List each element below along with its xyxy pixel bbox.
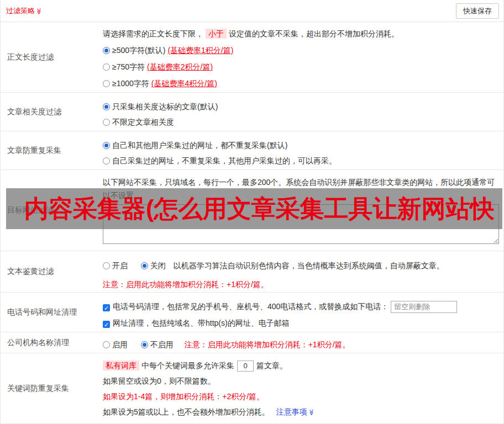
phone-url-label: 电话号码和网址清理 [1,293,97,332]
radio-icon[interactable] [103,157,110,165]
url-cleanup-text: 网址清理，包括纯域名、带http(s)的网址、电子邮箱 [113,319,290,327]
option-label: ≥500字符(默认) [112,46,165,55]
option-fee-note: (基础费率1积分/篇) [167,46,233,55]
porn-filter-content: 开启 关闭 以机器学习算法自动识别色情内容，当色情概率达到系统阈值，自动屏蔽文章… [97,251,503,292]
porn-filter-fee-note: 注意：启用此功能将增加积分消耗：+1积分/篇。 [103,277,499,292]
company-label: 公司机构名称清理 [1,332,97,353]
company-fee-note: 注意：启用此功能将增加积分消耗：+1积分/篇。 [185,340,350,349]
intro-post: 设定值的文章不采集，超出部分不增加积分消耗。 [229,29,399,38]
keyword-line-limit: 私有词库中每个关键词最多允许采集篇文章。 [103,358,499,373]
body-length-option-750[interactable]: ≥750字符(基础费率2积分/篇) [103,59,499,75]
dedup-content: 自己和其他用户采集过的网址，都不重复采集(默认) 自己采集过的网址，不重复采集，… [97,131,503,169]
option-label: 开启 [112,261,128,270]
radio-icon[interactable] [103,47,110,54]
option-label: 自己和其他用户采集过的网址，都不重复采集(默认) [112,141,287,150]
overlay-banner[interactable]: 内容采集器(怎么用文章采集工具让新网站快 [6,188,502,229]
row-keyword-dedup: 关键词防重复采集 私有词库中每个关键词最多允许采集篇文章。 如果留空或设为0，则… [1,353,503,424]
intro-pre: 请选择需求的正文长度下限， [103,29,203,38]
phone-cleanup-option[interactable]: 电话号码清理，包括常见的手机号、座机号、400电话格式，或替换成如下电话： [103,298,499,315]
checkbox-checked-icon[interactable] [103,304,110,311]
row-porn-filter: 文本鉴黄过滤 开启 关闭 以机器学习算法自动识别色情内容，当色情概率达到系统阈值… [1,251,503,293]
option-label: 不启用 [150,340,174,349]
company-content: 启用 不启用 注意：启用此功能将增加积分消耗：+1积分/篇。 [97,332,503,353]
body-length-option-1000[interactable]: ≥1000字符(基础费率4积分/篇) [103,75,499,92]
body-length-option-500[interactable]: ≥500字符(默认)(基础费率1积分/篇) [103,42,499,59]
porn-filter-option-on[interactable]: 开启 [103,261,128,270]
porn-filter-desc: 以机器学习算法自动识别色情内容，当色情概率达到系统阈值，自动屏蔽文章。 [174,261,444,270]
radio-icon[interactable] [103,63,110,71]
porn-filter-option-off[interactable]: 关闭 [141,261,166,270]
url-cleanup-option[interactable]: 网址清理，包括纯域名、带http(s)的网址、电子邮箱 [103,315,499,331]
filter-strategy-page: 过滤策略≫ 快速保存 正文长度过滤 请选择需求的正文长度下限，小于设定值的文章不… [0,0,504,424]
keyword-label: 关键词防重复采集 [1,353,97,423]
phone-replacement-input[interactable] [391,301,457,313]
page-title-text: 过滤策略 [6,7,35,15]
row-relevance-filter: 文章相关度过滤 只采集相关度达标的文章(默认) 不限定文章相关度 [1,93,503,131]
intro-highlight: 小于 [206,29,227,39]
notice-link[interactable]: 注意事项≫ [276,407,315,416]
relevance-option-any[interactable]: 不限定文章相关度 [103,114,499,130]
option-label: 关闭 [150,261,166,270]
top-bar: 过滤策略≫ 快速保存 [1,0,503,22]
keyword-count-input[interactable] [237,361,254,372]
option-label: 不限定文章相关度 [112,118,174,126]
chevron-down-icon: ≫ [35,8,43,14]
relevance-content: 只采集相关度达标的文章(默认) 不限定文章相关度 [97,93,503,131]
option-label: ≥1000字符 [112,79,149,88]
keyword-content: 私有词库中每个关键词最多允许采集篇文章。 如果留空或设为0，则不限篇数。 如果设… [97,353,503,423]
porn-filter-label: 文本鉴黄过滤 [1,251,97,292]
option-label: 只采集相关度达标的文章(默认) [112,102,218,111]
radio-icon[interactable] [103,103,110,110]
option-fee-note: (基础费率4积分/篇) [151,79,217,88]
row-dedup-collection: 文章防重复采集 自己和其他用户采集过的网址，都不重复采集(默认) 自己采集过的网… [1,131,503,170]
relevance-label: 文章相关度过滤 [1,93,97,131]
keyword-note-five: 如果设为5篇或以上，也不会额外增加积分消耗。 注意事项≫ [103,404,499,420]
body-length-label: 正文长度过滤 [1,22,97,92]
relevance-option-strict[interactable]: 只采集相关度达标的文章(默认) [103,99,499,114]
body-length-content: 请选择需求的正文长度下限，小于设定值的文章不采集，超出部分不增加积分消耗。 ≥5… [97,22,503,92]
phone-cleanup-text: 电话号码清理，包括常见的手机号、座机号、400电话格式，或替换成如下电话： [113,302,389,311]
option-label: ≥750字符 [112,62,145,71]
dedup-label: 文章防重复采集 [1,131,97,169]
keyword-limit-text: 中每个关键词最多允许采集 [141,361,234,370]
keyword-limit-unit: 篇文章。 [256,361,287,370]
body-length-intro: 请选择需求的正文长度下限，小于设定值的文章不采集，超出部分不增加积分消耗。 [103,25,499,42]
keyword-note-five-text: 如果设为5篇或以上，也不会额外增加积分消耗。 [103,407,270,416]
dedup-option-self-only[interactable]: 自己采集过的网址，不重复采集，其他用户采集过的，可以再采。 [103,153,499,168]
company-option-enable[interactable]: 启用 [103,340,128,349]
notice-link-text: 注意事项 [276,407,307,416]
option-label: 启用 [112,340,128,349]
page-title[interactable]: 过滤策略≫ [6,6,43,16]
radio-icon[interactable] [141,262,148,269]
dedup-option-global[interactable]: 自己和其他用户采集过的网址，都不重复采集(默认) [103,137,499,153]
radio-icon[interactable] [103,119,110,126]
radio-icon[interactable] [141,341,148,348]
keyword-note-zero: 如果留空或设为0，则不限篇数。 [103,373,499,389]
company-option-disable[interactable]: 不启用 [141,340,174,349]
private-lexicon-link[interactable]: 私有词库 [103,361,139,370]
row-body-length-filter: 正文长度过滤 请选择需求的正文长度下限，小于设定值的文章不采集，超出部分不增加积… [1,22,503,93]
radio-icon[interactable] [103,262,110,269]
radio-icon[interactable] [103,341,110,348]
quick-save-button[interactable]: 快速保存 [456,3,499,19]
option-label: 自己采集过的网址，不重复采集，其他用户采集过的，可以再采。 [112,156,337,165]
porn-filter-options: 开启 关闭 以机器学习算法自动识别色情内容，当色情概率达到系统阈值，自动屏蔽文章… [103,258,499,273]
row-company-cleanup: 公司机构名称清理 启用 不启用 注意：启用此功能将增加积分消耗：+1积分/篇。 [1,332,503,353]
phone-url-content: 电话号码清理，包括常见的手机号、座机号、400电话格式，或替换成如下电话： 网址… [97,293,503,332]
keyword-note-fee: 如果设为1-4篇，则增加积分消耗：+2积分/篇。 [103,389,499,404]
chevron-down-icon: ≫ [303,409,319,416]
radio-icon[interactable] [103,80,110,87]
radio-icon[interactable] [103,142,110,149]
company-options: 启用 不启用 注意：启用此功能将增加积分消耗：+1积分/篇。 [103,337,499,352]
option-fee-note: (基础费率2积分/篇) [147,62,213,71]
checkbox-checked-icon[interactable] [103,321,110,328]
row-phone-url-cleanup: 电话号码和网址清理 电话号码清理，包括常见的手机号、座机号、400电话格式，或替… [1,293,503,332]
overlay-banner-text: 内容采集器(怎么用文章采集工具让新网站快 [24,193,495,225]
